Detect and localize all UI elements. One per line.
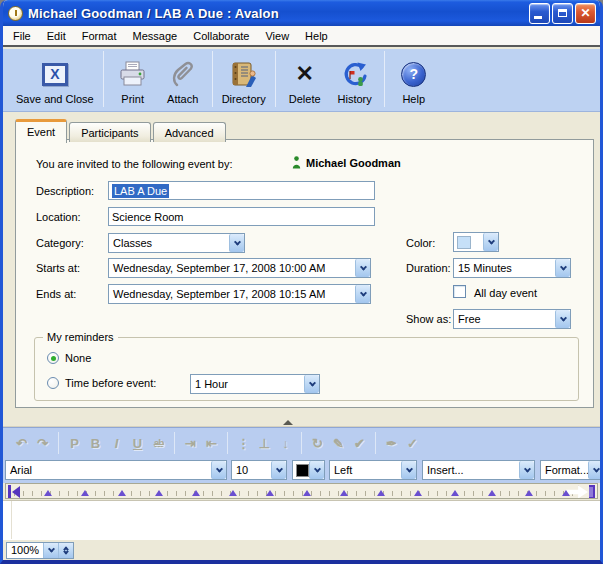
printer-icon xyxy=(118,58,148,90)
font-family-select[interactable]: Arial xyxy=(5,460,227,480)
directory-book-icon xyxy=(229,58,259,90)
reminder-time-select[interactable]: 1 Hour xyxy=(190,374,320,394)
save-and-close-label: Save and Close xyxy=(16,93,94,105)
left-indent-marker[interactable] xyxy=(8,485,20,498)
chevron-down-icon xyxy=(211,461,226,479)
category-value: Classes xyxy=(109,237,229,249)
tab-strip: Event Participants Advanced xyxy=(15,117,228,141)
align-select[interactable]: Left xyxy=(329,460,417,480)
close-button[interactable]: ✕ xyxy=(575,3,596,24)
help-label: Help xyxy=(402,93,425,105)
directory-button[interactable]: Directory xyxy=(217,53,271,107)
chevron-down-icon xyxy=(48,545,55,552)
ruler[interactable] xyxy=(5,483,598,499)
font-color-select[interactable] xyxy=(292,460,325,480)
toolbar-separator xyxy=(275,51,276,107)
italic-icon[interactable]: I xyxy=(106,436,127,451)
tab-event[interactable]: Event xyxy=(15,119,67,143)
undo-icon[interactable]: ↶ xyxy=(11,436,32,451)
color-select[interactable] xyxy=(453,232,499,252)
menu-message[interactable]: Message xyxy=(125,27,186,45)
my-reminders-group: My reminders None Time before event: 1 H… xyxy=(34,337,579,401)
directory-label: Directory xyxy=(222,93,266,105)
main-toolbar: X Save and Close Print xyxy=(3,49,600,112)
menu-file[interactable]: File xyxy=(5,27,39,45)
reminder-time-radio[interactable] xyxy=(47,377,59,389)
underline-icon[interactable]: U xyxy=(127,436,148,451)
menu-collaborate[interactable]: Collaborate xyxy=(185,27,257,45)
category-label: Category: xyxy=(36,237,84,249)
location-input[interactable]: Science Room xyxy=(108,207,375,226)
tab-leader-icon[interactable]: ⋮ xyxy=(233,436,254,451)
history-button[interactable]: History xyxy=(330,53,380,107)
message-body[interactable] xyxy=(3,500,600,539)
location-label: Location: xyxy=(36,211,81,223)
insert-select[interactable]: Insert... xyxy=(422,460,535,480)
menu-bar: File Edit Format Message Collaborate Vie… xyxy=(3,26,600,47)
reminder-none-label: None xyxy=(65,352,91,364)
chevron-down-icon xyxy=(588,461,600,479)
zoom-control[interactable]: 100% xyxy=(6,542,74,559)
menu-format[interactable]: Format xyxy=(74,27,125,45)
invited-text: You are invited to the following event b… xyxy=(36,158,233,170)
tab-advanced[interactable]: Advanced xyxy=(153,122,226,142)
font-row: Arial 10 Left Insert... Format... xyxy=(3,458,600,483)
margin-marker-icon[interactable]: ⊥ xyxy=(254,436,275,451)
ends-at-select[interactable]: Wednesday, September 17, 2008 10:15 AM xyxy=(108,284,371,304)
starts-at-select[interactable]: Wednesday, September 17, 2008 10:00 AM xyxy=(108,258,371,278)
print-button[interactable]: Print xyxy=(108,53,158,107)
reminder-time-value: 1 Hour xyxy=(191,378,304,390)
reminder-none-radio[interactable] xyxy=(47,352,59,364)
event-window: Michael Goodman / LAB A Due : Avalon ✕ F… xyxy=(0,0,603,564)
strikethrough-icon[interactable]: ab xyxy=(148,438,169,449)
indent-increase-icon[interactable]: ⇥ xyxy=(180,436,201,451)
font-size-select[interactable]: 10 xyxy=(231,460,287,480)
category-select[interactable]: Classes xyxy=(108,233,245,253)
tab-participants[interactable]: Participants xyxy=(69,122,150,142)
event-panel: You are invited to the following event b… xyxy=(15,139,594,408)
redo-icon[interactable]: ↷ xyxy=(32,436,53,451)
all-day-label: All day event xyxy=(474,287,537,299)
format-separator xyxy=(58,432,59,454)
signature-icon[interactable]: ✒ xyxy=(381,436,402,451)
duration-label: Duration: xyxy=(406,262,451,274)
titlebar[interactable]: Michael Goodman / LAB A Due : Avalon ✕ xyxy=(3,0,600,26)
delete-button[interactable]: ✕ Delete xyxy=(280,53,330,107)
zoom-dropdown-button[interactable] xyxy=(43,543,58,558)
spellcheck-icon[interactable]: ✓ xyxy=(402,436,423,451)
indent-decrease-icon[interactable]: ⇤ xyxy=(201,436,222,451)
save-and-close-button[interactable]: X Save and Close xyxy=(11,53,99,107)
plain-style-icon[interactable]: P xyxy=(64,436,85,451)
zoom-spinner[interactable] xyxy=(58,543,73,558)
organizer-name: Michael Goodman xyxy=(306,157,401,169)
accept-icon[interactable]: ✔ xyxy=(349,436,370,451)
attach-button[interactable]: Attach xyxy=(158,53,208,107)
show-as-select[interactable]: Free xyxy=(453,309,571,329)
refresh-icon[interactable]: ↻ xyxy=(307,436,328,451)
help-button[interactable]: ? Help xyxy=(389,53,439,107)
format-toolbar: ↶ ↷ P B I U ab ⇥ ⇤ ⋮ ⊥ ↓ ↻ ✎ ✔ ✒ ✓ xyxy=(3,427,600,458)
all-day-checkbox[interactable] xyxy=(453,285,466,298)
pen-icon[interactable]: ✎ xyxy=(328,436,349,451)
maximize-button[interactable] xyxy=(552,3,573,24)
duration-value: 15 Minutes xyxy=(454,262,555,274)
pane-splitter[interactable] xyxy=(3,408,600,427)
description-input[interactable]: LAB A Due xyxy=(108,181,375,200)
menu-view[interactable]: View xyxy=(257,27,297,45)
maximize-icon xyxy=(558,9,567,17)
show-as-value: Free xyxy=(454,313,555,325)
bold-icon[interactable]: B xyxy=(85,436,106,451)
collapse-triangle-icon[interactable] xyxy=(283,420,293,425)
toolbar-separator xyxy=(212,51,213,107)
format-select[interactable]: Format... xyxy=(540,460,600,480)
history-circular-arrow-icon xyxy=(341,58,369,90)
menu-help[interactable]: Help xyxy=(297,27,336,45)
chevron-down-icon xyxy=(355,285,370,303)
color-label: Color: xyxy=(406,237,435,249)
minimize-button[interactable] xyxy=(529,3,550,24)
menu-edit[interactable]: Edit xyxy=(39,27,74,45)
arrow-down-icon[interactable]: ↓ xyxy=(275,436,296,451)
duration-select[interactable]: 15 Minutes xyxy=(453,258,571,278)
right-indent-marker[interactable] xyxy=(566,485,595,499)
chevron-down-icon xyxy=(555,310,570,328)
